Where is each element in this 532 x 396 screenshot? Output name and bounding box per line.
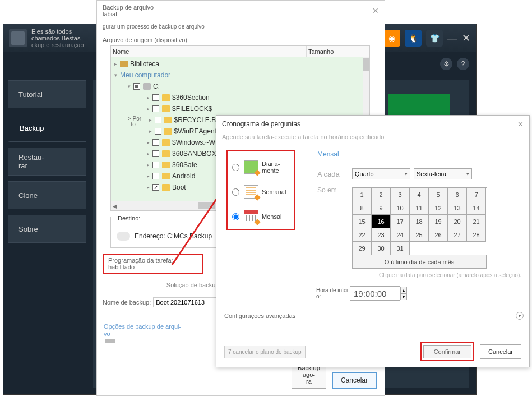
time-input[interactable]: 19:00:00 bbox=[350, 286, 400, 301]
day-cell-1[interactable]: 1 bbox=[353, 188, 372, 201]
day-cell-14[interactable]: 14 bbox=[467, 201, 486, 215]
radio-weekly[interactable] bbox=[232, 188, 239, 196]
spin-up[interactable]: ▲ bbox=[400, 287, 407, 293]
day-cell-26[interactable]: 26 bbox=[429, 228, 448, 242]
checkbox[interactable] bbox=[155, 117, 161, 123]
day-cell-23[interactable]: 23 bbox=[372, 228, 391, 242]
day-grid: 1234567891011121314151617181920212223242… bbox=[352, 187, 487, 255]
item-0-label: $360Section bbox=[172, 94, 210, 102]
nav-clone[interactable]: Clone bbox=[8, 181, 86, 209]
last-day-button[interactable]: O último dia de cada mês bbox=[352, 255, 487, 269]
dialog2-footer: 7 cancelar o plano de backup Confirmar C… bbox=[216, 342, 529, 361]
day-cell-7[interactable]: 7 bbox=[467, 188, 486, 201]
dest-legend: Destino: bbox=[115, 215, 142, 222]
hscroll-thumb[interactable] bbox=[198, 202, 215, 209]
day-cell-9[interactable]: 9 bbox=[372, 201, 391, 215]
d2-title-text: Cronograma de perguntas bbox=[222, 120, 300, 128]
vscroll-thumb[interactable] bbox=[363, 58, 369, 71]
day-cell-31[interactable]: 31 bbox=[391, 242, 410, 255]
dialog1-close-button[interactable]: ✕ bbox=[372, 6, 379, 15]
day-cell-8[interactable]: 8 bbox=[353, 201, 372, 215]
day-cell-28[interactable]: 28 bbox=[467, 228, 486, 242]
acada-label: A cada bbox=[317, 170, 352, 178]
dialog2-cancel-button[interactable]: Cancelar bbox=[480, 344, 521, 359]
backup-name-input[interactable] bbox=[153, 297, 226, 307]
app-title: Eles são todos chamados Bestas ckup e re… bbox=[31, 28, 84, 48]
day-cell-2[interactable]: 2 bbox=[372, 188, 391, 201]
folder-icon bbox=[162, 150, 170, 157]
checkbox[interactable] bbox=[152, 162, 159, 168]
day-cell-5[interactable]: 5 bbox=[429, 188, 448, 201]
day-cell-10[interactable]: 10 bbox=[391, 201, 410, 215]
chevron-down-icon[interactable]: ▾ bbox=[516, 312, 524, 320]
day-cell-11[interactable]: 11 bbox=[410, 201, 429, 215]
radio-monthly[interactable] bbox=[232, 213, 239, 220]
cancel-button[interactable]: Cancelar bbox=[332, 372, 377, 389]
tree-item-0[interactable]: ▸$360Section bbox=[111, 92, 369, 103]
checkbox-c[interactable] bbox=[133, 83, 140, 90]
folder-icon bbox=[162, 94, 170, 101]
tree-mycomputer[interactable]: ▾Meu computador bbox=[111, 70, 369, 81]
nav-restore[interactable]: Restau- rar bbox=[8, 148, 86, 176]
day-cell-19[interactable]: 19 bbox=[429, 215, 448, 228]
day-cell-20[interactable]: 20 bbox=[448, 215, 467, 228]
checkbox[interactable] bbox=[152, 139, 159, 146]
nav-about[interactable]: Sobre bbox=[8, 215, 86, 243]
day-cell-25[interactable]: 25 bbox=[410, 228, 429, 242]
nav-tutorial[interactable]: Tutorial bbox=[8, 80, 86, 108]
freq-monthly[interactable]: Mensal bbox=[228, 204, 294, 229]
tree-item-1[interactable]: ▸$FILELOCK$ bbox=[111, 103, 369, 114]
day-cell-15[interactable]: 15 bbox=[353, 215, 372, 228]
day-cell-22[interactable]: 22 bbox=[353, 228, 372, 242]
day-cell-27[interactable]: 27 bbox=[448, 228, 467, 242]
advanced-row[interactable]: Configurações avançadas ▾ bbox=[224, 312, 524, 320]
weibo-icon[interactable]: ◉ bbox=[383, 30, 400, 47]
day-cell-29[interactable]: 29 bbox=[353, 242, 372, 255]
combo1-value: Quarto bbox=[355, 171, 374, 177]
app-logo-icon bbox=[9, 29, 27, 47]
help-icon[interactable]: ? bbox=[457, 58, 469, 70]
day-cell-3[interactable]: 3 bbox=[391, 188, 410, 201]
cancel-plan-button[interactable]: 7 cancelar o plano de backup bbox=[224, 346, 306, 358]
day-cell-12[interactable]: 12 bbox=[429, 201, 448, 215]
day-cell-30[interactable]: 30 bbox=[372, 242, 391, 255]
time-spinner: ▲ ▼ bbox=[400, 287, 407, 300]
weekly-label: Semanal bbox=[262, 188, 286, 195]
tree-c-drive[interactable]: ▾C: bbox=[111, 81, 369, 92]
dialog2-close-button[interactable]: ✕ bbox=[517, 120, 524, 128]
minimize-button[interactable]: — bbox=[447, 33, 457, 44]
c-label: C: bbox=[153, 82, 160, 90]
checkbox[interactable] bbox=[152, 94, 159, 101]
nav-backup[interactable]: Backup bbox=[8, 114, 86, 142]
gear-icon[interactable]: ⚙ bbox=[440, 58, 452, 70]
drive-icon bbox=[143, 83, 151, 90]
source-label: Arquivo de origem (dispositivo): bbox=[97, 34, 385, 45]
checkbox[interactable] bbox=[152, 173, 159, 179]
radio-daily[interactable] bbox=[232, 164, 239, 171]
day-cell-21[interactable]: 21 bbox=[467, 215, 486, 228]
day-cell-6[interactable]: 6 bbox=[448, 188, 467, 201]
weekday-combo[interactable]: Sexta-feira bbox=[414, 168, 472, 179]
tshirt-icon[interactable]: 👕 bbox=[426, 30, 443, 47]
qq-icon[interactable]: 🐧 bbox=[405, 30, 422, 47]
checkbox[interactable] bbox=[152, 150, 159, 157]
day-cell-24[interactable]: 24 bbox=[391, 228, 410, 242]
day-cell-16[interactable]: 16 bbox=[372, 215, 391, 228]
tree-biblioteca[interactable]: ▸Biblioteca bbox=[111, 58, 369, 70]
close-app-button[interactable]: ✕ bbox=[462, 32, 470, 44]
daily-label: Diaria- mente bbox=[262, 160, 280, 174]
day-cell-17[interactable]: 17 bbox=[391, 215, 410, 228]
freq-weekly[interactable]: Semanal bbox=[228, 179, 294, 204]
spin-down[interactable]: ▼ bbox=[400, 293, 407, 300]
day-cell-13[interactable]: 13 bbox=[448, 201, 467, 215]
item-4-label: $Windows.~W bbox=[172, 139, 215, 146]
checkbox[interactable] bbox=[155, 128, 161, 135]
confirm-button[interactable]: Confirmar bbox=[423, 345, 471, 358]
day-cell-18[interactable]: 18 bbox=[410, 215, 429, 228]
day-cell-4[interactable]: 4 bbox=[410, 188, 429, 201]
checkbox[interactable] bbox=[152, 105, 159, 112]
freq-daily[interactable]: Diaria- mente bbox=[228, 155, 294, 179]
checkbox-boot[interactable] bbox=[152, 184, 159, 191]
week-ordinal-combo[interactable]: Quarto bbox=[352, 168, 410, 179]
schedule-task-box[interactable]: Programação da tarefa: habilitado bbox=[103, 254, 203, 274]
